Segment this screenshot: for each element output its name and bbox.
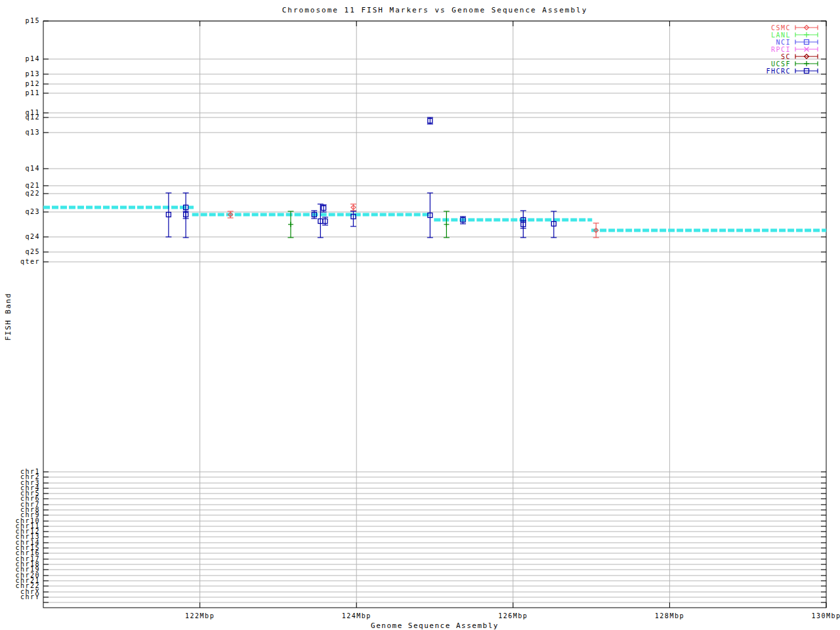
x-tick-label-128Mbp: 128Mbp [655,612,684,620]
band-label-p12: p12 [25,80,40,87]
legend-label-NCI: NCI [776,39,791,46]
band-label-q14: q14 [25,165,40,172]
legend-label-UCSF: UCSF [771,60,791,68]
band-label-chrY: chrY [20,593,40,600]
legend-label-CSMC: CSMC [771,24,791,32]
band-label-p14: p14 [25,55,40,62]
band-label-q12: q12 [25,114,40,121]
band-label-p11: p11 [25,89,40,96]
band-label-q21: q21 [25,182,40,189]
x-tick-label-122Mbp: 122Mbp [185,612,215,620]
y-axis-label: FISH Band [4,293,12,341]
x-tick-label-130Mbp: 130Mbp [811,612,840,620]
legend-label-SC: SC [781,53,791,60]
chart-page: Chromosome 11 FISH Markers vs Genome Seq… [0,0,840,630]
band-label-q24: q24 [25,233,40,240]
band-label-q22: q22 [25,190,40,197]
band-label-q13: q13 [25,129,40,136]
band-label-p13: p13 [25,70,40,77]
legend-label-RPCI: RPCI [771,46,791,53]
legend-label-FHCRC: FHCRC [766,68,791,75]
band-label-qter: qter [20,258,40,265]
band-label-p15: p15 [25,17,40,24]
plot-border [43,21,826,608]
legend-label-LANL: LANL [771,32,791,39]
plot-area: p15p14p13p12p11q11q12q13q14q21q22q23q24q… [0,0,840,630]
chart-title: Chromosome 11 FISH Markers vs Genome Seq… [43,6,826,14]
band-label-q25: q25 [25,248,40,255]
x-axis-label: Genome Sequence Assembly [43,621,826,630]
band-label-q23: q23 [25,208,40,215]
x-tick-label-126Mbp: 126Mbp [498,612,528,620]
x-tick-label-124Mbp: 124Mbp [342,612,371,620]
